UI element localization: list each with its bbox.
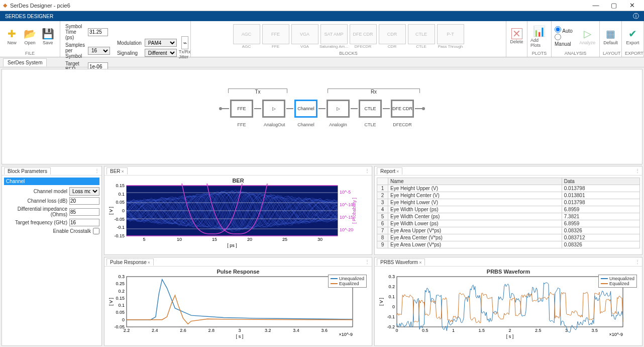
svg-text:1.5: 1.5 bbox=[478, 328, 485, 333]
chain-block-ctle[interactable]: CTLECTLE bbox=[359, 100, 382, 118]
block-sublabel: AGC bbox=[232, 44, 261, 49]
block-btn-sat-amp[interactable]: SAT AMP bbox=[320, 24, 348, 44]
table-row[interactable]: 7Eye Area Upper (V*ps)0.08326 bbox=[377, 227, 640, 234]
chain-block-analogin[interactable]: ▷AnalogIn bbox=[327, 100, 350, 118]
param-input[interactable] bbox=[69, 197, 99, 205]
block-btn-vga[interactable]: VGA bbox=[291, 24, 318, 44]
svg-text:0: 0 bbox=[122, 317, 125, 322]
table-row[interactable]: 3Eye Height Lower (V)0.013798 bbox=[377, 199, 640, 206]
block-btn-ffe[interactable]: FFE bbox=[262, 24, 289, 44]
chain-block-dfecdr[interactable]: DFE CDRDFECDR bbox=[391, 100, 414, 118]
ber-tab[interactable]: BER× bbox=[106, 167, 128, 175]
block-btn-agc[interactable]: AGC bbox=[233, 24, 260, 44]
analyze-button[interactable]: ▷Analyze bbox=[579, 23, 596, 49]
document-tab[interactable]: SerDes System bbox=[3, 58, 47, 66]
pulse-chart[interactable]: 0.30.250.20.150.10.050-0.052.22.42.62.83… bbox=[106, 275, 363, 340]
layout-group-label: LAYOUT bbox=[603, 50, 618, 56]
add-plots-button[interactable]: 📊Add Plots bbox=[530, 23, 548, 49]
report-tab[interactable]: Report× bbox=[377, 167, 402, 175]
svg-text:2: 2 bbox=[508, 328, 511, 333]
ber-panel: BER×⋮ BER 0.150.10.050-0.05-0.1-0.155101… bbox=[104, 166, 372, 255]
table-row[interactable]: 8Eye Area Center (V*ps)0.083712 bbox=[377, 234, 640, 241]
block-params-tab[interactable]: Block Parameters bbox=[4, 167, 51, 175]
block-btn-p-t[interactable]: P-T bbox=[437, 24, 464, 44]
param-label: Target frequency (GHz) bbox=[4, 220, 69, 225]
manual-radio[interactable]: Manual bbox=[555, 34, 579, 47]
report-col-name[interactable]: Name bbox=[388, 178, 562, 185]
report-table: NameData 1Eye Height Upper (V)0.0137982E… bbox=[377, 178, 640, 248]
help-icon[interactable]: ⓘ bbox=[633, 12, 639, 21]
table-row[interactable]: 6Eye Width Lower (ps)6.8959 bbox=[377, 220, 640, 227]
mod-label: Modulation bbox=[116, 38, 143, 47]
block-sublabel: CDR bbox=[378, 44, 407, 49]
auto-radio[interactable]: Auto bbox=[555, 26, 579, 34]
block-btn-ctle[interactable]: CTLE bbox=[408, 24, 435, 44]
param-input[interactable] bbox=[69, 219, 99, 226]
svg-text:0.1: 0.1 bbox=[388, 294, 395, 299]
param-row: Differential impedance (Ohms) bbox=[4, 206, 99, 217]
default-layout-button[interactable]: ▦Default bbox=[603, 23, 618, 49]
svg-text:[ ps ]: [ ps ] bbox=[227, 243, 237, 248]
param-input[interactable]: Loss mo... bbox=[69, 187, 99, 196]
svg-text:2.8: 2.8 bbox=[208, 328, 214, 333]
export-button[interactable]: ✔Export bbox=[625, 23, 640, 49]
ribbon-layout-group: ▦Default LAYOUT bbox=[600, 21, 622, 57]
table-row[interactable]: 5Eye Width Center (ps)7.3821 bbox=[377, 213, 640, 220]
prbs-chart[interactable]: 0.30.20.10-0.1-0.200.511.522.533.5[ V ][… bbox=[377, 275, 633, 340]
table-row[interactable]: 9Eye Area Lower (V*ps)0.08326 bbox=[377, 241, 640, 248]
save-button[interactable]: 💾Save bbox=[39, 23, 57, 49]
ribbon-plots-group: 📊Add Plots PLOTS bbox=[527, 21, 552, 57]
sig-select[interactable]: Differential bbox=[145, 49, 177, 57]
ber-title: BER bbox=[106, 178, 370, 184]
tx-bracket: Tx bbox=[228, 89, 287, 94]
pulse-title: Pulse Response bbox=[106, 269, 370, 275]
svg-text:3.4: 3.4 bbox=[293, 328, 299, 333]
table-row[interactable]: 4Eye Width Upper (ps)6.8959 bbox=[377, 206, 640, 213]
chain-block-analogout[interactable]: ▷AnalogOut bbox=[262, 100, 285, 118]
ber-chart[interactable]: 0.150.10.050-0.05-0.1-0.1551015202530[ V… bbox=[106, 184, 363, 249]
report-col-data[interactable]: Data bbox=[562, 178, 639, 185]
mod-select[interactable]: PAM4 bbox=[145, 39, 177, 47]
new-button[interactable]: ✚New bbox=[3, 23, 21, 49]
svg-text:0.15: 0.15 bbox=[116, 296, 125, 301]
pulse-tab[interactable]: Pulse Response× bbox=[106, 258, 154, 266]
svg-text:0.2: 0.2 bbox=[118, 289, 125, 294]
prbs-tab[interactable]: PRBS Waveform× bbox=[377, 258, 425, 266]
analysis-group-label: ANALYSIS bbox=[555, 50, 596, 56]
chain-port bbox=[422, 107, 425, 110]
svg-text:30: 30 bbox=[317, 237, 323, 242]
param-label: Channel loss (dB) bbox=[4, 198, 69, 204]
panel-menu-icon[interactable]: ⋮ bbox=[635, 259, 640, 265]
svg-text:-0.15: -0.15 bbox=[114, 233, 125, 238]
chain-wire bbox=[383, 108, 390, 109]
app-tab[interactable]: SERDES DESIGNER bbox=[5, 14, 53, 19]
serdes-canvas[interactable]: FFEFFE▷AnalogOutChannelChannel▷AnalogInC… bbox=[2, 69, 642, 164]
minimize-button[interactable]: — bbox=[587, 2, 605, 9]
panel-menu-icon[interactable]: ⋮ bbox=[365, 259, 370, 265]
sps-select[interactable]: 16 bbox=[88, 47, 110, 55]
open-button[interactable]: 📂Open bbox=[21, 23, 39, 49]
chain-block-label: DFECDR bbox=[392, 122, 412, 127]
close-button[interactable]: ✕ bbox=[623, 2, 641, 9]
param-input[interactable] bbox=[69, 208, 99, 216]
param-input[interactable] bbox=[93, 228, 99, 234]
svg-text:-0.1: -0.1 bbox=[387, 314, 395, 319]
table-row[interactable]: 1Eye Height Upper (V)0.013798 bbox=[377, 185, 640, 192]
symbol-time-input[interactable] bbox=[88, 28, 108, 36]
chain-block-ffe[interactable]: FFEFFE bbox=[230, 100, 253, 118]
block-btn-dfe-cdr[interactable]: DFE CDR bbox=[350, 24, 377, 44]
panel-menu-icon[interactable]: ⋮ bbox=[635, 168, 640, 173]
param-label: Differential impedance (Ohms) bbox=[4, 206, 69, 217]
svg-text:0: 0 bbox=[392, 304, 395, 309]
jitter-button[interactable]: ⌁Tx/Rx Jitter bbox=[179, 35, 191, 61]
pulse-legend: Unequalized Equalized bbox=[328, 275, 367, 288]
panel-menu-icon[interactable]: ⋮ bbox=[365, 168, 370, 173]
block-btn-cdr[interactable]: CDR bbox=[379, 24, 406, 44]
svg-text:0.25: 0.25 bbox=[116, 281, 125, 286]
maximize-button[interactable]: ▢ bbox=[605, 2, 623, 9]
table-row[interactable]: 2Eye Height Center (V)0.013801 bbox=[377, 192, 640, 199]
delete-button[interactable]: ✕Delete bbox=[509, 23, 524, 49]
panel-menu-icon[interactable]: ⋮ bbox=[94, 168, 99, 173]
chain-block-channel[interactable]: ChannelChannel bbox=[294, 100, 317, 118]
param-label: Channel model bbox=[4, 189, 69, 194]
